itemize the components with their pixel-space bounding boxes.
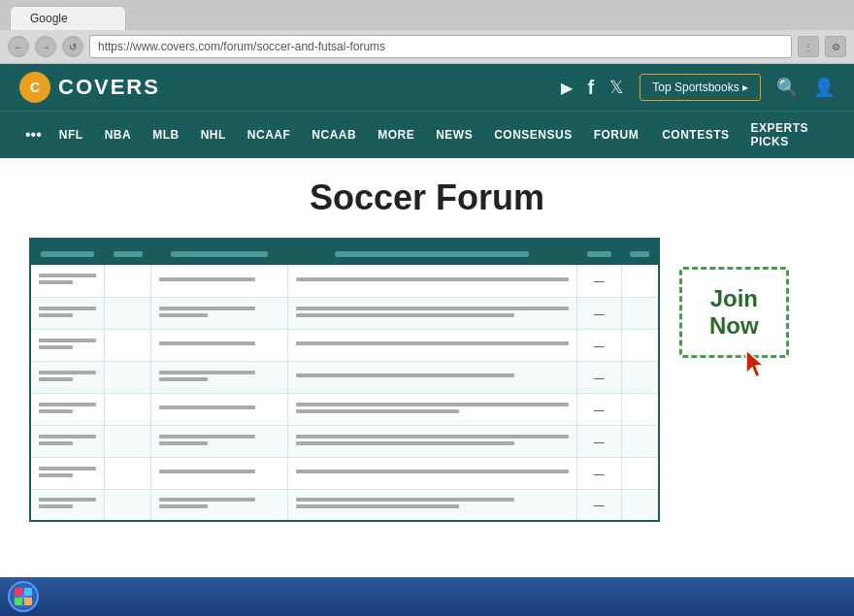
col-f-cell bbox=[621, 489, 659, 521]
header-bar-4 bbox=[335, 251, 529, 257]
cell-line bbox=[296, 435, 569, 438]
cell-line bbox=[39, 441, 73, 445]
table-row[interactable]: — bbox=[30, 425, 659, 457]
col-e-cell: — bbox=[576, 297, 621, 329]
twitter-icon[interactable]: 𝕏 bbox=[609, 77, 624, 98]
cell-line bbox=[296, 441, 513, 445]
nav-item-forum[interactable]: FORUM bbox=[584, 118, 649, 151]
table-row[interactable]: — bbox=[30, 393, 659, 425]
cell-line bbox=[159, 441, 208, 445]
col-d-cell[interactable] bbox=[288, 361, 577, 393]
forum-table: ———————— bbox=[29, 238, 660, 522]
top-sportsbooks-button[interactable]: Top Sportsbooks ▸ bbox=[640, 74, 761, 101]
header-bar-6 bbox=[630, 251, 649, 257]
cell-line bbox=[39, 313, 73, 317]
forward-button[interactable]: → bbox=[35, 36, 56, 57]
join-now-button[interactable]: Join Now bbox=[679, 267, 789, 358]
col-b-cell bbox=[105, 489, 151, 521]
search-icon[interactable]: 🔍 bbox=[776, 77, 798, 98]
nav-item-nhl[interactable]: NHL bbox=[191, 118, 236, 151]
main-nav: ••• NFL NBA MLB NHL NCAAF NCAAB MORE NEW… bbox=[0, 111, 854, 158]
table-row[interactable]: — bbox=[30, 361, 659, 393]
nav-more-dots[interactable]: ••• bbox=[19, 118, 48, 151]
logo-icon: C bbox=[19, 72, 50, 103]
refresh-button[interactable]: ↺ bbox=[62, 36, 83, 57]
windows-icon-yellow bbox=[24, 598, 32, 605]
cell-line bbox=[296, 341, 569, 345]
back-button[interactable]: ← bbox=[8, 36, 29, 57]
col-c-cell bbox=[151, 297, 288, 329]
table-header-row bbox=[30, 239, 659, 265]
col-d-cell[interactable] bbox=[288, 329, 577, 361]
col-e-cell: — bbox=[576, 329, 621, 361]
table-row[interactable]: — bbox=[30, 329, 659, 361]
col-d-cell[interactable] bbox=[288, 393, 577, 425]
cell-line bbox=[39, 435, 96, 438]
nav-item-mlb[interactable]: MLB bbox=[143, 118, 189, 151]
table-row[interactable]: — bbox=[30, 297, 659, 329]
col-a-cell bbox=[30, 457, 105, 489]
nav-item-more[interactable]: MORE bbox=[368, 118, 424, 151]
cell-line bbox=[296, 504, 459, 508]
nav-item-nfl[interactable]: NFL bbox=[49, 118, 93, 151]
cell-line bbox=[39, 409, 73, 413]
nav-item-ncaab[interactable]: NCAAB bbox=[302, 118, 366, 151]
cell-line bbox=[159, 307, 255, 310]
cell-line bbox=[39, 403, 96, 406]
cell-line bbox=[159, 277, 255, 281]
browser-toolbar: ← → ↺ ⋮ ⚙ bbox=[0, 30, 854, 63]
cell-line bbox=[39, 377, 73, 381]
header-bar-1 bbox=[41, 251, 94, 257]
nav-item-contests[interactable]: CONTESTS bbox=[652, 118, 739, 151]
table-row[interactable]: — bbox=[30, 457, 659, 489]
nav-item-consensus[interactable]: CONSENSUS bbox=[484, 118, 582, 151]
col-b-cell bbox=[105, 361, 151, 393]
browser-tab[interactable]: Google bbox=[10, 6, 126, 30]
col-a-cell bbox=[30, 265, 105, 297]
col-d-cell[interactable] bbox=[288, 265, 577, 297]
cell-line bbox=[39, 498, 96, 502]
cell-line bbox=[39, 280, 73, 284]
cell-line bbox=[296, 403, 569, 406]
cell-line bbox=[159, 504, 208, 508]
nav-item-experts[interactable]: EXPERTS PICKS bbox=[741, 112, 835, 158]
user-icon[interactable]: 👤 bbox=[813, 77, 835, 98]
cell-line bbox=[39, 339, 96, 342]
header-right: ▶ f 𝕏 Top Sportsbooks ▸ 🔍 👤 bbox=[561, 74, 835, 101]
col-d-cell[interactable] bbox=[288, 457, 577, 489]
nav-item-nba[interactable]: NBA bbox=[95, 118, 142, 151]
table-row[interactable]: — bbox=[30, 489, 659, 521]
table-row[interactable]: — bbox=[30, 265, 659, 297]
col-b-cell bbox=[105, 425, 151, 457]
tab-bar: Google bbox=[0, 0, 854, 30]
col-f-cell bbox=[621, 457, 659, 489]
address-bar[interactable] bbox=[89, 35, 792, 58]
header-bar-5 bbox=[587, 251, 611, 257]
tab-title: Google bbox=[30, 12, 68, 25]
cell-line bbox=[39, 307, 96, 310]
col-c-cell bbox=[151, 393, 288, 425]
windows-icon-green bbox=[15, 598, 22, 605]
windows-icon-red bbox=[15, 588, 22, 596]
nav-item-ncaaf[interactable]: NCAAF bbox=[238, 118, 301, 151]
youtube-icon[interactable]: ▶ bbox=[561, 79, 573, 97]
facebook-icon[interactable]: f bbox=[588, 77, 595, 99]
col-b-cell bbox=[105, 393, 151, 425]
browser-settings-button[interactable]: ⚙ bbox=[825, 36, 846, 57]
table-wrapper: ———————— Join Now bbox=[29, 238, 660, 522]
nav-item-news[interactable]: NEWS bbox=[426, 118, 482, 151]
start-button[interactable] bbox=[8, 581, 39, 612]
cell-line bbox=[159, 470, 255, 473]
col-d-cell[interactable] bbox=[288, 297, 577, 329]
col-d-cell[interactable] bbox=[288, 489, 577, 521]
col-c-cell bbox=[151, 329, 288, 361]
cell-line bbox=[39, 504, 73, 508]
header-bar-3 bbox=[171, 251, 268, 257]
col-c-cell bbox=[151, 489, 288, 521]
col-f-cell bbox=[621, 265, 659, 297]
forward-icon: → bbox=[41, 42, 50, 52]
col-f-cell bbox=[621, 361, 659, 393]
col-d-cell[interactable] bbox=[288, 425, 577, 457]
browser-menu-button[interactable]: ⋮ bbox=[798, 36, 819, 57]
col-a-cell bbox=[30, 489, 105, 521]
